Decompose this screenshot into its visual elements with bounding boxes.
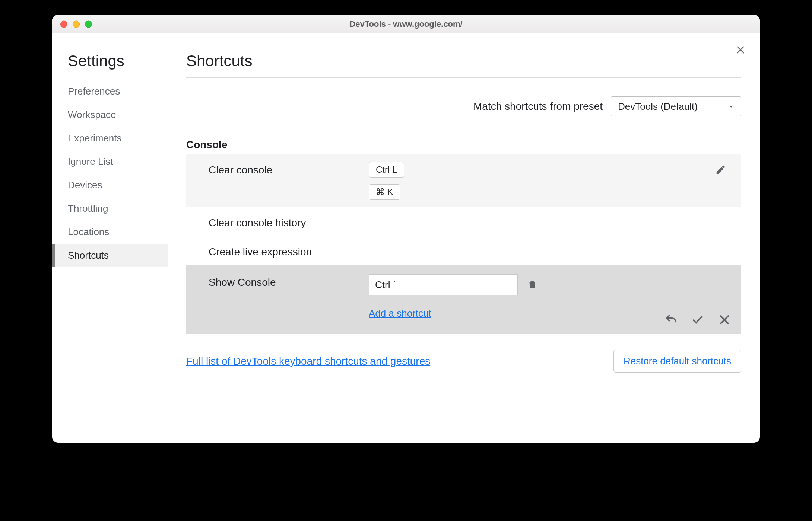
sidebar-item-preferences[interactable]: Preferences <box>52 80 168 103</box>
traffic-lights <box>60 20 92 28</box>
sidebar: Settings Preferences Workspace Experimen… <box>52 33 168 443</box>
preset-select-value: DevTools (Default) <box>618 101 698 112</box>
key-chip: Ctrl L <box>369 162 404 178</box>
add-shortcut-link[interactable]: Add a shortcut <box>369 308 538 319</box>
checkmark-icon[interactable] <box>691 313 704 326</box>
sidebar-item-locations[interactable]: Locations <box>52 220 168 244</box>
sidebar-item-throttling[interactable]: Throttling <box>52 197 168 220</box>
window-close-button[interactable] <box>60 20 67 28</box>
titlebar: DevTools - www.google.com/ <box>52 15 760 33</box>
window-minimize-button[interactable] <box>73 20 80 28</box>
shortcut-row-clear-history: Clear console history <box>186 207 741 236</box>
restore-defaults-button[interactable]: Restore default shortcuts <box>613 350 741 373</box>
sidebar-item-ignore-list[interactable]: Ignore List <box>52 150 168 173</box>
sidebar-item-workspace[interactable]: Workspace <box>52 103 168 127</box>
trash-icon[interactable] <box>527 279 538 290</box>
shortcut-row-create-live: Create live expression <box>186 236 741 265</box>
sidebar-item-shortcuts[interactable]: Shortcuts <box>52 244 168 267</box>
shortcut-label: Clear console history <box>209 215 369 229</box>
sidebar-nav: Preferences Workspace Experiments Ignore… <box>52 80 168 267</box>
shortcut-label: Show Console <box>209 274 369 288</box>
edit-controls <box>664 313 731 326</box>
shortcut-row-clear-console: Clear console Ctrl L ⌘ K <box>186 154 741 207</box>
section-heading-console: Console <box>186 139 741 151</box>
chevron-down-icon <box>728 101 734 112</box>
shortcut-list: Clear console Ctrl L ⌘ K Clear console h… <box>186 154 741 334</box>
preset-label: Match shortcuts from preset <box>473 100 603 112</box>
close-icon[interactable] <box>735 45 746 55</box>
key-chip: ⌘ K <box>369 184 400 200</box>
main-panel: Shortcuts Match shortcuts from preset De… <box>168 33 760 443</box>
shortcut-label: Clear console <box>209 162 369 176</box>
preset-row: Match shortcuts from preset DevTools (De… <box>186 96 741 116</box>
footer-row: Full list of DevTools keyboard shortcuts… <box>186 350 741 373</box>
window-zoom-button[interactable] <box>85 20 92 28</box>
undo-icon[interactable] <box>664 313 677 326</box>
page-title: Shortcuts <box>186 52 741 78</box>
window-title: DevTools - www.google.com/ <box>52 19 760 29</box>
sidebar-item-experiments[interactable]: Experiments <box>52 127 168 150</box>
sidebar-item-devices[interactable]: Devices <box>52 173 168 197</box>
sidebar-title: Settings <box>52 52 168 80</box>
cancel-icon[interactable] <box>718 313 731 326</box>
pencil-icon[interactable] <box>715 164 726 175</box>
app-window: DevTools - www.google.com/ Settings Pref… <box>52 15 760 443</box>
shortcut-row-show-console: Show Console Add a shortcut <box>186 265 741 334</box>
shortcut-input[interactable] <box>369 274 518 295</box>
preset-select[interactable]: DevTools (Default) <box>611 96 741 116</box>
shortcut-label: Create live expression <box>209 244 369 258</box>
doc-link[interactable]: Full list of DevTools keyboard shortcuts… <box>186 355 430 367</box>
